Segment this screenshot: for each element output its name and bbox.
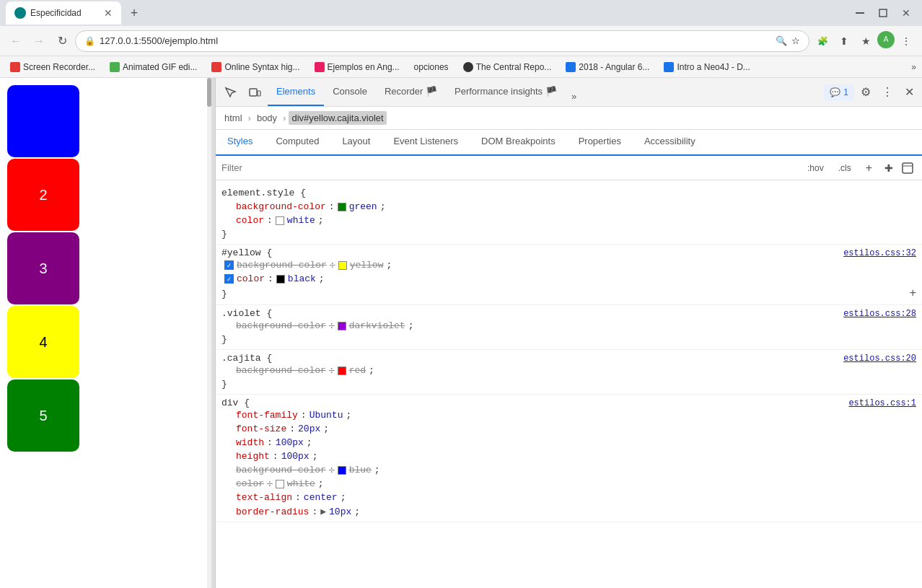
panel-tab-accessibility[interactable]: Accessibility (633, 130, 707, 156)
bookmark-central-repo[interactable]: The Central Repo... (459, 61, 556, 74)
devtools-more-button[interactable]: ⋮ (877, 82, 897, 102)
device-mode-button[interactable] (243, 81, 266, 104)
css-selector-element-style: element.style { (221, 186, 916, 200)
color-swatch-black[interactable] (276, 275, 285, 284)
svg-rect-2 (250, 89, 257, 96)
tab-elements[interactable]: Elements (268, 78, 324, 106)
filter-actions: :hov .cls + ✚ (801, 159, 916, 177)
bookmarks-bar: Screen Recorder... Animated GIF edi... O… (0, 56, 922, 78)
element-picker-button[interactable] (219, 81, 242, 104)
devtools-breadcrumb: html › body › div#yellow.cajita.violet (216, 107, 922, 130)
color-swatch-yellow[interactable] (338, 261, 347, 270)
css-prop-width: width : 100px ; (221, 436, 916, 449)
panel-tab-layout[interactable]: Layout (330, 130, 382, 156)
devtools-settings-button[interactable]: ⚙ (856, 82, 876, 102)
css-rule-div: div { estilos.css:1 font-family : Ubuntu… (216, 395, 922, 522)
bookmarks-more-button[interactable]: » (911, 62, 916, 72)
hov-button[interactable]: :hov (801, 160, 830, 176)
panel-tab-event-listeners[interactable]: Event Listeners (382, 130, 470, 156)
bookmark-icon[interactable]: ★ (856, 31, 876, 51)
tab-console[interactable]: Console (324, 78, 376, 106)
color-swatch-blue[interactable] (338, 466, 346, 475)
panel-tab-properties[interactable]: Properties (567, 130, 633, 156)
nav-bar: ← → ↻ 🔒 127.0.0.1:5500/ejemplo.html 🔍 ☆ … (0, 26, 922, 56)
rule-source-violet[interactable]: estilos.css:28 (843, 309, 916, 319)
panel-tab-dom-breakpoints[interactable]: DOM Breakpoints (470, 130, 567, 156)
box-3: 3 (7, 232, 79, 304)
tab-favicon (14, 7, 26, 19)
perf-label: Performance insights (455, 86, 543, 97)
more-menu-button[interactable]: ⋮ (896, 31, 916, 51)
profile-icon[interactable]: A (877, 31, 895, 48)
browser-tab[interactable]: Especificidad ✕ (6, 1, 121, 25)
devtools-tab-more[interactable]: » (566, 87, 582, 106)
back-button[interactable]: ← (6, 31, 26, 51)
css-prop-bg-color-element: background-color : green ; (221, 200, 916, 214)
address-bar[interactable]: 🔒 127.0.0.1:5500/ejemplo.html 🔍 ☆ (75, 30, 809, 52)
tab-performance-insights[interactable]: Performance insights 🏴 (446, 78, 566, 106)
add-property-button[interactable]: + (909, 287, 916, 300)
comment-badge[interactable]: 💬 1 (824, 84, 854, 100)
css-rule-violet: .violet { estilos.css:28 background-colo… (216, 305, 922, 350)
new-tab-button[interactable]: + (124, 3, 144, 23)
color-swatch-red[interactable] (338, 367, 346, 375)
nav-actions: 🧩 ⬆ ★ A ⋮ (812, 31, 916, 51)
expand-triangle-icon[interactable]: ▶ (320, 506, 326, 517)
rule-source-div[interactable]: estilos.css:1 (848, 398, 916, 408)
bookmark-syntax[interactable]: Online Syntax hig... (207, 61, 304, 74)
maximize-button[interactable] (873, 3, 893, 23)
tab-recorder[interactable]: Recorder 🏴 (376, 78, 446, 106)
cls-button[interactable]: .cls (832, 160, 858, 176)
color-swatch-white-div[interactable] (276, 480, 284, 488)
css-rule-yellow: #yellow { estilos.css:32 ✓ background-co… (216, 245, 922, 305)
bookmark-icon-1 (110, 62, 120, 72)
close-window-button[interactable]: ✕ (896, 3, 916, 23)
breadcrumb-body[interactable]: body (254, 111, 280, 125)
bookmark-angular6[interactable]: 2018 - Angular 6... (561, 61, 654, 74)
prop-checkbox-bg-yellow[interactable]: ✓ (224, 260, 234, 270)
reload-button[interactable]: ↻ (52, 31, 72, 51)
css-prop-color-element: color : white ; (221, 214, 916, 227)
breadcrumb-div[interactable]: div#yellow.cajita.violet (289, 111, 386, 125)
color-swatch-darkviolet[interactable] (338, 322, 346, 330)
add-rule-button[interactable]: + (859, 159, 879, 177)
lock-icon: 🔒 (84, 36, 95, 46)
svg-rect-1 (879, 9, 887, 17)
share-icon[interactable]: ⬆ (834, 31, 854, 51)
panel-tab-styles[interactable]: Styles (216, 130, 264, 156)
browser-window: Especificidad ✕ + ✕ ← → ↻ 🔒 127.0.0.1:55… (0, 0, 922, 588)
page-scrollbar[interactable] (207, 78, 211, 588)
extensions-icon[interactable]: 🧩 (812, 31, 833, 51)
color-swatch-white[interactable] (276, 216, 284, 225)
box-4: 4 (7, 306, 79, 378)
comment-count: 1 (843, 87, 848, 97)
new-style-rule-button[interactable]: ✚ (880, 159, 897, 177)
forward-button[interactable]: → (29, 31, 49, 51)
rule-header-yellow: #yellow { estilos.css:32 (221, 247, 916, 258)
css-prop-text-align: text-align : center ; (221, 491, 916, 504)
css-prop-border-radius: border-radius : ▶ 10px ; (221, 504, 916, 519)
filter-input[interactable] (221, 162, 798, 173)
minimize-button[interactable] (850, 3, 870, 23)
color-swatch-green[interactable] (338, 203, 346, 211)
bookmark-label-5: The Central Repo... (476, 62, 552, 72)
styles-panel: element.style { background-color : green… (216, 180, 922, 588)
window-controls: ✕ (850, 3, 916, 23)
rule-source-cajita[interactable]: estilos.css:20 (843, 354, 916, 364)
devtools-close-button[interactable]: ✕ (899, 82, 919, 102)
devtools-actions: 💬 1 ⚙ ⋮ ✕ (824, 82, 919, 102)
tab-close-icon[interactable]: ✕ (104, 7, 113, 19)
star-icon[interactable]: ☆ (791, 35, 800, 46)
panel-tab-computed[interactable]: Computed (264, 130, 330, 156)
bookmark-neo4j[interactable]: Intro a Neo4J - D... (659, 61, 754, 74)
bookmark-angular[interactable]: Ejemplos en Ang... (310, 61, 404, 74)
bookmark-opciones[interactable]: opciones (410, 61, 453, 74)
bookmark-screen-recorder[interactable]: Screen Recorder... (6, 61, 100, 74)
main-content: 2 3 4 5 (0, 78, 922, 588)
breadcrumb-html[interactable]: html (221, 111, 245, 125)
bookmark-gif-editor[interactable]: Animated GIF edi... (105, 61, 201, 74)
toggle-element-state-button[interactable] (899, 159, 916, 177)
bookmark-icon-3 (315, 62, 325, 72)
prop-checkbox-color-yellow[interactable]: ✓ (224, 274, 234, 284)
rule-source-yellow[interactable]: estilos.css:32 (843, 248, 916, 258)
